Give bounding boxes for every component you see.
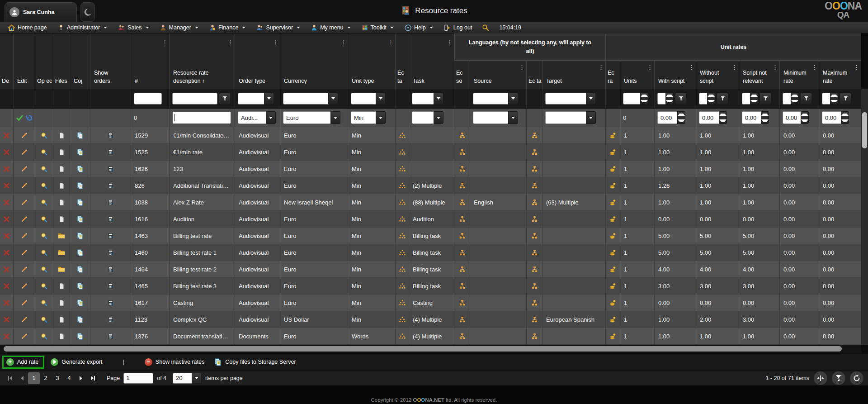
col-header-copy[interactable]: Copy — [70, 33, 90, 89]
show-orders-button[interactable] — [90, 161, 131, 177]
edit-target-button[interactable] — [527, 295, 542, 311]
edit-target-combo[interactable] — [545, 111, 596, 124]
edit-rates-button[interactable] — [606, 328, 620, 344]
refresh-button[interactable] — [850, 371, 863, 385]
view-button[interactable] — [35, 228, 53, 244]
files-button[interactable] — [53, 328, 70, 344]
show-orders-button[interactable] — [90, 295, 131, 311]
col-header-task[interactable]: Task⋮ — [409, 33, 454, 89]
edit-source-button[interactable] — [454, 261, 470, 277]
edit-target-button[interactable] — [527, 311, 542, 328]
col-header-show-orders[interactable]: Show orders — [90, 33, 131, 89]
edit-button[interactable] — [14, 127, 35, 143]
horizontal-scrollbar-thumb[interactable] — [4, 346, 842, 352]
filter-num-input[interactable] — [134, 93, 162, 105]
edit-source-button[interactable] — [454, 278, 470, 294]
page-button-1[interactable]: 1 — [28, 372, 40, 384]
delete-button[interactable] — [0, 194, 14, 210]
copy-button[interactable] — [70, 194, 90, 210]
view-button[interactable] — [35, 177, 53, 194]
col-header-delete[interactable]: De — [0, 33, 14, 89]
view-button[interactable] — [35, 211, 53, 227]
filter-maximum-rate-spinner[interactable] — [822, 93, 838, 105]
view-button[interactable] — [35, 278, 53, 294]
menu-home-page[interactable]: Home page — [4, 22, 52, 33]
edit-source-combo[interactable] — [473, 111, 518, 124]
col-header-open[interactable]: Op ec — [35, 33, 53, 89]
filter-with-script-spinner[interactable] — [657, 93, 674, 105]
edit-button[interactable] — [14, 177, 35, 194]
edit-currency-combo[interactable]: Euro — [283, 111, 340, 124]
show-orders-button[interactable] — [90, 278, 131, 294]
delete-button[interactable] — [0, 261, 14, 277]
clear-filters-button[interactable] — [832, 371, 845, 385]
filter-target-combo[interactable] — [545, 93, 596, 105]
vertical-scrollbar[interactable] — [861, 89, 868, 345]
edit-rates-button[interactable] — [606, 211, 620, 227]
edit-maximum-rate-spinner[interactable]: 0.00 — [822, 111, 849, 124]
show-orders-button[interactable] — [90, 211, 131, 227]
page-number-input[interactable] — [123, 373, 153, 384]
edit-button[interactable] — [14, 311, 35, 328]
next-page-button[interactable] — [75, 372, 87, 384]
menu-manager[interactable]: Manager — [156, 22, 203, 33]
show-orders-button[interactable] — [90, 194, 131, 210]
files-button[interactable] — [53, 295, 70, 311]
edit-without-script-spinner[interactable]: 0.00 — [699, 111, 727, 124]
edit-with-script-spinner[interactable]: 0.00 — [657, 111, 685, 124]
files-button[interactable] — [53, 278, 70, 294]
edit-rates-button[interactable] — [606, 127, 620, 143]
column-menu-icon[interactable]: ⋮ — [731, 64, 737, 70]
files-button[interactable] — [53, 211, 70, 227]
show-orders-button[interactable] — [90, 261, 131, 277]
col-header-edit[interactable]: Edit — [14, 33, 35, 89]
menu-help[interactable]: ? Help — [400, 22, 438, 33]
edit-target-button[interactable] — [527, 328, 542, 344]
edit-source-button[interactable] — [454, 161, 470, 177]
view-button[interactable] — [35, 295, 53, 311]
edit-minimum-rate-spinner[interactable]: 0.00 — [783, 111, 809, 124]
delete-button[interactable] — [0, 311, 14, 328]
filter-funnel-button[interactable] — [219, 93, 231, 105]
delete-button[interactable] — [0, 211, 14, 227]
menu-administrator[interactable]: Administrator — [53, 22, 112, 33]
show-orders-button[interactable] — [90, 144, 131, 160]
copy-files-storage-button[interactable]: Copy files to Storage Server — [214, 358, 296, 366]
copy-button[interactable] — [70, 311, 90, 328]
menu-finance[interactable]: Finance — [205, 22, 250, 33]
view-button[interactable] — [35, 261, 53, 277]
edit-order-type-combo[interactable]: Audi... — [238, 111, 276, 124]
col-header-description[interactable]: Resource rate description ↑⋮ — [170, 33, 235, 89]
edit-button[interactable] — [14, 228, 35, 244]
edit-task-button[interactable] — [396, 211, 409, 227]
filter-minimum-rate-spinner[interactable] — [783, 93, 799, 105]
edit-rates-button[interactable] — [606, 311, 620, 328]
edit-task-button[interactable] — [396, 328, 409, 344]
edit-task-button[interactable] — [396, 228, 409, 244]
col-header-files[interactable]: Files — [53, 33, 70, 89]
menu-supervisor[interactable]: Supervisor — [252, 22, 305, 33]
edit-task-button[interactable] — [396, 311, 409, 328]
edit-rates-button[interactable] — [606, 144, 620, 160]
filter-unit-type-combo[interactable] — [351, 93, 386, 105]
files-button[interactable] — [53, 127, 70, 143]
edit-button[interactable] — [14, 211, 35, 227]
edit-source-button[interactable] — [454, 144, 470, 160]
filter-funnel-button[interactable] — [800, 93, 812, 105]
copy-button[interactable] — [70, 295, 90, 311]
edit-unit-type-combo[interactable]: Min — [351, 111, 386, 124]
show-orders-button[interactable] — [90, 328, 131, 344]
previous-page-button[interactable] — [16, 372, 28, 384]
delete-button[interactable] — [0, 228, 14, 244]
edit-rates-button[interactable] — [606, 278, 620, 294]
last-page-button[interactable] — [87, 372, 99, 384]
edit-rates-button[interactable] — [606, 261, 620, 277]
copy-button[interactable] — [70, 144, 90, 160]
copy-button[interactable] — [70, 127, 90, 143]
user-tab[interactable]: Sara Cunha — [5, 2, 77, 22]
column-menu-icon[interactable]: ⋮ — [273, 39, 278, 45]
column-menu-icon[interactable]: ⋮ — [519, 64, 525, 70]
edit-task-button[interactable] — [396, 261, 409, 277]
confirm-button[interactable] — [16, 114, 23, 121]
edit-rates-button[interactable] — [606, 244, 620, 261]
